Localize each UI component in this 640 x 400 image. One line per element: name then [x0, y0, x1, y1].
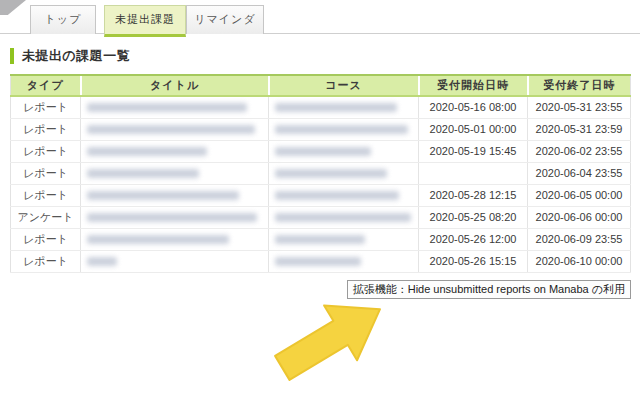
col-header-type: タイプ — [11, 75, 81, 96]
table-row: レポート2020-05-16 08:002020-05-31 23:55 — [11, 96, 631, 118]
cell-end-date: 2020-05-31 23:59 — [528, 118, 631, 140]
page: トップ 未提出課題 リマインダ 未提出の課題一覧 タイプ タイトル コース 受付… — [0, 0, 640, 400]
redacted-text — [275, 147, 371, 156]
tab-top[interactable]: トップ — [30, 5, 96, 34]
redacted-text — [87, 147, 207, 156]
cell-title-redacted[interactable] — [81, 206, 269, 228]
tab-bar: トップ 未提出課題 リマインダ — [0, 0, 640, 34]
cell-type: レポート — [11, 118, 81, 140]
page-header: 未提出の課題一覧 — [10, 47, 130, 65]
table-row: レポート2020-05-28 12:152020-06-05 00:00 — [11, 184, 631, 206]
col-header-start: 受付開始日時 — [419, 75, 528, 96]
page-title: 未提出の課題一覧 — [22, 47, 130, 65]
cell-start-date: 2020-05-26 15:15 — [419, 250, 528, 272]
cell-course-redacted[interactable] — [269, 184, 419, 206]
cell-type: アンケート — [11, 206, 81, 228]
table-row: レポート2020-05-26 15:152020-06-10 00:00 — [11, 250, 631, 272]
cell-title-redacted[interactable] — [81, 184, 269, 206]
tab-reminder[interactable]: リマインダ — [186, 5, 264, 34]
cell-type: レポート — [11, 250, 81, 272]
cell-title-redacted[interactable] — [81, 250, 269, 272]
cell-end-date: 2020-06-10 00:00 — [528, 250, 631, 272]
redacted-text — [87, 103, 247, 112]
cell-course-redacted[interactable] — [269, 228, 419, 250]
cell-title-redacted[interactable] — [81, 118, 269, 140]
cell-start-date: 2020-05-16 08:00 — [419, 96, 528, 118]
cell-type: レポート — [11, 96, 81, 118]
table-row: レポート2020-05-26 12:002020-06-09 23:55 — [11, 228, 631, 250]
cell-title-redacted[interactable] — [81, 162, 269, 184]
cell-start-date: 2020-05-01 00:00 — [419, 118, 528, 140]
cell-end-date: 2020-05-31 23:55 — [528, 96, 631, 118]
redacted-text — [275, 125, 408, 134]
cell-end-date: 2020-06-06 00:00 — [528, 206, 631, 228]
table-row: アンケート2020-05-25 08:202020-06-06 00:00 — [11, 206, 631, 228]
arrow-up-right-icon — [268, 294, 396, 382]
table-row: レポート2020-05-19 15:452020-06-02 23:55 — [11, 140, 631, 162]
cell-course-redacted[interactable] — [269, 96, 419, 118]
redacted-text — [87, 169, 199, 178]
cell-type: レポート — [11, 162, 81, 184]
cell-start-date: 2020-05-28 12:15 — [419, 184, 528, 206]
redacted-text — [275, 257, 361, 266]
redacted-text — [275, 235, 365, 244]
assignments-table: タイプ タイトル コース 受付開始日時 受付終了日時 レポート2020-05-1… — [10, 74, 631, 273]
cell-start-date: 2020-05-25 08:20 — [419, 206, 528, 228]
cell-type: レポート — [11, 184, 81, 206]
cell-type: レポート — [11, 228, 81, 250]
redacted-text — [275, 191, 399, 200]
cell-course-redacted[interactable] — [269, 206, 419, 228]
cell-title-redacted[interactable] — [81, 228, 269, 250]
cell-start-date: 2020-05-26 12:00 — [419, 228, 528, 250]
cell-title-redacted[interactable] — [81, 96, 269, 118]
col-header-course: コース — [269, 75, 419, 96]
redacted-text — [87, 257, 117, 266]
col-header-end: 受付終了日時 — [528, 75, 631, 96]
cell-course-redacted[interactable] — [269, 162, 419, 184]
table-row: レポート2020-06-04 23:55 — [11, 162, 631, 184]
cell-course-redacted[interactable] — [269, 140, 419, 162]
col-header-title: タイトル — [81, 75, 269, 96]
cell-course-redacted[interactable] — [269, 250, 419, 272]
redacted-text — [275, 213, 411, 222]
redacted-text — [87, 235, 229, 244]
cell-type: レポート — [11, 140, 81, 162]
cell-start-date: 2020-05-19 15:45 — [419, 140, 528, 162]
cell-title-redacted[interactable] — [81, 140, 269, 162]
tab-unsubmitted[interactable]: 未提出課題 — [104, 5, 186, 37]
cell-end-date: 2020-06-04 23:55 — [528, 162, 631, 184]
cell-start-date — [419, 162, 528, 184]
table-row: レポート2020-05-01 00:002020-05-31 23:59 — [11, 118, 631, 140]
cell-course-redacted[interactable] — [269, 118, 419, 140]
table-header-row: タイプ タイトル コース 受付開始日時 受付終了日時 — [11, 75, 631, 96]
cell-end-date: 2020-06-09 23:55 — [528, 228, 631, 250]
redacted-text — [87, 191, 239, 200]
cell-end-date: 2020-06-05 00:00 — [528, 184, 631, 206]
redacted-text — [275, 103, 397, 112]
cell-end-date: 2020-06-02 23:55 — [528, 140, 631, 162]
redacted-text — [275, 169, 387, 178]
redacted-text — [87, 213, 257, 222]
redacted-text — [87, 125, 255, 134]
accent-bar — [10, 48, 14, 64]
